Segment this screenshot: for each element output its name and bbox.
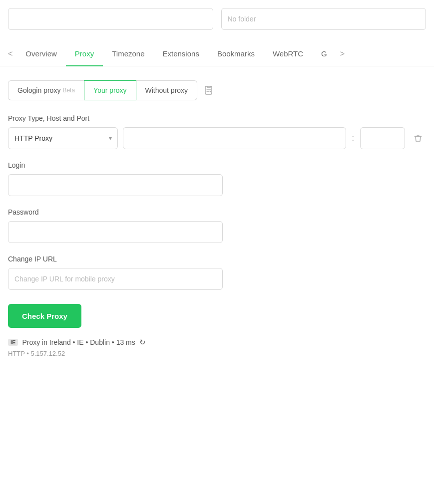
proxy-settings-panel: Gologin proxy Beta Your proxy Without pr…	[0, 66, 434, 365]
login-label: Login	[8, 161, 426, 169]
trash-icon	[413, 133, 423, 143]
proxy-type-host-section: Proxy Type, Host and Port HTTP Proxy HTT…	[8, 114, 426, 149]
proxy-type-select[interactable]: HTTP Proxy HTTPS Proxy SOCKS4 SOCKS5	[8, 127, 118, 149]
proxy-status-row: IE Proxy in Ireland • IE • Dublin • 13 m…	[8, 338, 426, 347]
country-badge: IE	[8, 339, 18, 346]
proxy-type-label: Proxy Type, Host and Port	[8, 114, 426, 122]
check-proxy-button[interactable]: Check Proxy	[8, 304, 81, 328]
http-info: HTTP • 5.157.12.52	[8, 350, 426, 357]
refresh-icon[interactable]: ↻	[139, 338, 146, 347]
tab-webrtc[interactable]: WebRTC	[264, 42, 312, 66]
proxy-edit-icon-button[interactable]	[203, 85, 214, 96]
proxy-host-input[interactable]: 5.157.12.52	[123, 127, 346, 149]
password-label: Password	[8, 208, 426, 216]
tab-overview[interactable]: Overview	[16, 42, 66, 66]
tab-next-arrow[interactable]: >	[336, 42, 349, 66]
proxy-port-input[interactable]: 33224	[360, 127, 405, 149]
edit-icon	[203, 85, 214, 96]
tab-proxy[interactable]: Proxy	[66, 42, 103, 66]
tab-g[interactable]: G	[312, 42, 336, 66]
password-input[interactable]: testbrws	[8, 221, 223, 243]
gologin-proxy-button[interactable]: Gologin proxy Beta	[8, 80, 84, 100]
folder-input[interactable]	[221, 8, 427, 30]
proxy-type-select-wrapper: HTTP Proxy HTTPS Proxy SOCKS4 SOCKS5 ▾	[8, 127, 118, 149]
proxy-type-row: HTTP Proxy HTTPS Proxy SOCKS4 SOCKS5 ▾ 5…	[8, 127, 426, 149]
proxy-type-selector: Gologin proxy Beta Your proxy Without pr…	[8, 80, 426, 100]
login-section: Login rares	[8, 161, 426, 196]
tab-extensions[interactable]: Extensions	[154, 42, 208, 66]
delete-proxy-button[interactable]	[410, 130, 426, 146]
your-proxy-button[interactable]: Your proxy	[84, 80, 136, 100]
proxy-status-text: Proxy in Ireland • IE • Dublin • 13 ms	[22, 338, 135, 346]
colon-separator: :	[351, 134, 355, 143]
tab-navigation: < Overview Proxy Timezone Extensions Boo…	[0, 42, 434, 66]
tab-timezone[interactable]: Timezone	[103, 42, 153, 66]
tab-bookmarks[interactable]: Bookmarks	[208, 42, 264, 66]
password-section: Password testbrws	[8, 208, 426, 243]
change-ip-input[interactable]	[8, 268, 223, 290]
tab-prev-arrow[interactable]: <	[4, 42, 16, 66]
profile-type-input[interactable]: http	[8, 8, 213, 30]
login-input[interactable]: rares	[8, 174, 223, 196]
without-proxy-button[interactable]: Without proxy	[136, 80, 198, 100]
change-ip-label: Change IP URL	[8, 255, 426, 263]
change-ip-section: Change IP URL	[8, 255, 426, 290]
